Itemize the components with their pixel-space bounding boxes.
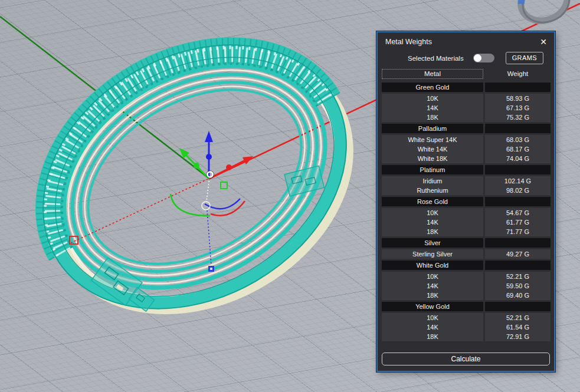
app-window: Metal Weights ✕ Selected Materials GRAMS…	[0, 0, 580, 392]
toggle-knob	[474, 54, 481, 62]
gumball-x-arrowhead[interactable]	[243, 156, 253, 164]
gumball-y-scale-dot[interactable]	[194, 163, 199, 169]
units-button[interactable]: GRAMS	[506, 52, 543, 64]
panel-controls: Selected Materials GRAMS	[378, 47, 554, 68]
weight-row[interactable]: 18K71.77 G	[382, 227, 554, 236]
weight-row[interactable]: 18K69.40 G	[382, 291, 554, 300]
ring-model[interactable]	[0, 0, 395, 362]
metal-label: 18K	[382, 113, 483, 122]
selected-materials-toggle[interactable]	[473, 54, 494, 62]
weight-value: 68.03 G	[485, 135, 550, 144]
weight-row[interactable]: White 14K68.17 G	[382, 144, 554, 154]
metal-label: 14K	[382, 281, 483, 291]
gumball-rotate-arc-green[interactable]	[171, 194, 210, 216]
reference-band-model[interactable]	[512, 0, 575, 30]
weight-value: 68.17 G	[485, 144, 550, 154]
weight-row[interactable]: Ruthenium98.02 G	[382, 186, 554, 195]
metal-label: 10K	[382, 313, 483, 322]
metal-label: 10K	[382, 94, 483, 103]
weight-row[interactable]: 18K72.91 G	[382, 332, 554, 341]
weight-value: 71.77 G	[485, 227, 550, 236]
weight-value: 98.02 G	[485, 186, 550, 195]
gumball-x-scale-dot[interactable]	[226, 164, 232, 170]
weight-value: 102.14 G	[485, 176, 550, 186]
metal-weights-panel: Metal Weights ✕ Selected Materials GRAMS…	[376, 31, 555, 372]
section-header-row[interactable]: Green Gold	[382, 83, 554, 92]
gumball-guide-white	[207, 178, 209, 201]
section-header-row[interactable]: Platinum	[382, 165, 554, 174]
column-headers: Metal Weight	[378, 68, 554, 81]
metal-label: Sterling Silver	[382, 249, 483, 259]
weight-value: 75.32 G	[485, 113, 550, 122]
metal-label: White 14K	[382, 144, 483, 154]
panel-header: Metal Weights ✕	[378, 32, 554, 47]
metal-label: 18K	[382, 332, 483, 341]
column-header-weight[interactable]: Weight	[485, 69, 550, 79]
section-header-row[interactable]: White Gold	[382, 261, 554, 270]
section-header-row[interactable]: Silver	[382, 238, 554, 248]
metal-label: Iridium	[382, 176, 483, 186]
section-weight-cell	[485, 197, 550, 206]
metal-label: 10K	[382, 272, 483, 281]
metal-label: 14K	[382, 218, 483, 227]
section-header-row[interactable]: Palladium	[382, 124, 554, 133]
weight-row[interactable]: White 18K74.04 G	[382, 154, 554, 163]
weight-row[interactable]: 10K52.21 G	[382, 272, 554, 281]
gumball-z-scale-dot[interactable]	[206, 154, 212, 160]
section-header-row[interactable]: Yellow Gold	[382, 302, 554, 311]
weight-value: 49.27 G	[485, 249, 550, 259]
weight-row[interactable]: White Super 14K68.03 G	[382, 135, 554, 144]
weight-row[interactable]: 10K58.93 G	[382, 94, 554, 103]
section-name: Green Gold	[382, 83, 483, 92]
section-weight-cell	[485, 83, 550, 92]
weight-value: 61.77 G	[485, 218, 550, 227]
section-weight-cell	[485, 238, 550, 248]
section-name: Palladium	[382, 124, 483, 133]
weight-row[interactable]: 14K67.13 G	[382, 103, 554, 113]
selected-materials-label: Selected Materials	[408, 55, 464, 62]
weight-row[interactable]: 14K59.50 G	[382, 281, 554, 291]
weight-value: 69.40 G	[485, 291, 550, 300]
weight-value: 67.13 G	[485, 103, 550, 113]
metal-label: Ruthenium	[382, 186, 483, 195]
weight-value: 58.93 G	[485, 94, 550, 103]
section-name: Platinum	[382, 165, 483, 174]
weight-row[interactable]: 18K75.32 G	[382, 113, 554, 122]
metal-label: 14K	[382, 103, 483, 113]
weight-row[interactable]: 14K61.77 G	[382, 218, 554, 227]
gumball-z-extent-handle-center	[210, 268, 212, 270]
weight-row[interactable]: 10K54.67 G	[382, 208, 554, 218]
weight-value: 74.04 G	[485, 154, 550, 163]
metal-label: 10K	[382, 208, 483, 218]
section-weight-cell	[485, 124, 550, 133]
section-name: White Gold	[382, 261, 483, 270]
gumball-scale-square[interactable]	[221, 182, 227, 189]
weight-row[interactable]: 14K61.54 G	[382, 322, 554, 332]
section-name: Rose Gold	[382, 197, 483, 206]
weight-value: 52.21 G	[485, 272, 550, 281]
weight-value: 52.21 G	[485, 313, 550, 322]
section-weight-cell	[485, 302, 550, 311]
section-name: Yellow Gold	[382, 302, 483, 311]
weight-value: 59.50 G	[485, 281, 550, 291]
column-header-metal[interactable]: Metal	[382, 69, 483, 79]
section-name: Silver	[382, 238, 483, 248]
gumball-z-arrowhead[interactable]	[205, 131, 213, 142]
weight-row[interactable]: Iridium102.14 G	[382, 176, 554, 186]
metal-label: 18K	[382, 227, 483, 236]
section-weight-cell	[485, 165, 550, 174]
weight-row[interactable]: 10K52.21 G	[382, 313, 554, 322]
clasp-right[interactable]	[284, 166, 324, 196]
section-header-row[interactable]: Rose Gold	[382, 197, 554, 206]
weights-table: Green Gold10K58.93 G14K67.13 G18K75.32 G…	[378, 81, 554, 341]
section-weight-cell	[485, 261, 550, 270]
calculate-button[interactable]: Calculate	[382, 353, 550, 365]
weight-value: 54.67 G	[485, 208, 550, 218]
selected-face-highlight	[517, 0, 532, 4]
weight-value: 61.54 G	[485, 322, 550, 332]
close-icon[interactable]: ✕	[539, 38, 548, 46]
metal-label: 18K	[382, 291, 483, 300]
weight-row[interactable]: Sterling Silver49.27 G	[382, 249, 554, 259]
panel-title: Metal Weights	[385, 38, 432, 46]
metal-label: White 18K	[382, 154, 483, 163]
